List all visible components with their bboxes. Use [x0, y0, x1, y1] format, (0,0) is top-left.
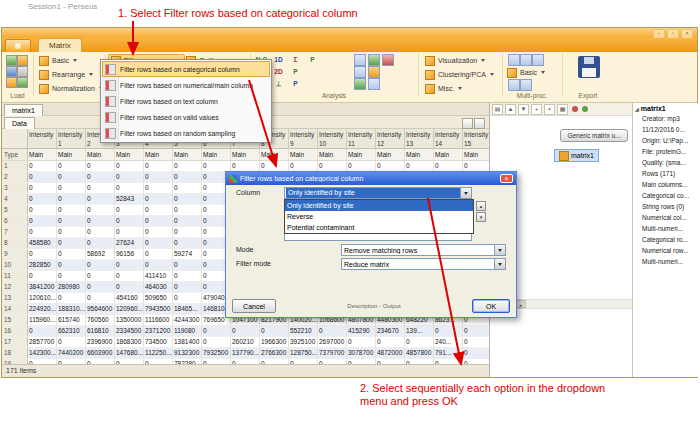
column-header[interactable]: Intensity 14 — [434, 129, 463, 148]
cell: 0 — [376, 337, 405, 347]
generic-matrix-button[interactable]: Generic matrix u... — [560, 129, 628, 142]
tree-item[interactable]: Categorical co... — [633, 190, 699, 201]
analysis-icon-icon[interactable]: Σ — [288, 55, 303, 65]
workflow-toolbar-icon-3[interactable]: ▼ — [518, 104, 529, 115]
scroll-right-icon[interactable]: ▸ — [516, 300, 526, 308]
tree-item[interactable]: Origin: U:\Pap... — [633, 135, 699, 146]
tree-item[interactable]: Quality: (sma... — [633, 157, 699, 168]
tab-matrix[interactable]: Matrix — [38, 38, 82, 52]
analysis-tool-icon[interactable] — [368, 54, 380, 66]
ribbon-button-visualization[interactable]: Visualization — [422, 54, 499, 67]
filter-mode-dropdown[interactable]: Reduce matrix — [341, 258, 506, 270]
mode-dropdown[interactable]: Remove matching rows — [341, 244, 506, 256]
menu-item-filter-rows-based-on-categorical-column[interactable]: Filter rows based on categorical column — [102, 61, 270, 77]
expander-icon[interactable]: ◢ — [635, 106, 639, 112]
ribbon-button-clustering-pca[interactable]: Clustering/PCA — [422, 68, 499, 81]
analysis-tool-icon[interactable] — [382, 54, 394, 66]
grid-view-icon[interactable] — [462, 118, 473, 129]
column-header[interactable]: Intensity 12 — [376, 129, 405, 148]
table-row[interactable]: 1606623106168102334500237120011908000055… — [2, 326, 489, 337]
ok-button[interactable]: OK — [472, 299, 510, 313]
analysis-tool-icon[interactable] — [368, 66, 380, 78]
chevron-down-icon[interactable] — [494, 245, 505, 255]
ribbon-button-basic[interactable]: Basic — [504, 66, 550, 79]
analysis-icon-p[interactable]: P — [305, 55, 320, 65]
dropdown-option-only-identified-by-site[interactable]: Only identified by site — [285, 200, 473, 211]
tree-item[interactable]: Multi-numeri... — [633, 256, 699, 267]
analysis-icon-p[interactable]: P — [288, 79, 303, 89]
cell: 7932500 — [202, 348, 231, 358]
tree-item[interactable]: Categorical ro... — [633, 234, 699, 245]
cell: 3078700 — [347, 348, 376, 358]
multiproc-tool-icon[interactable] — [532, 54, 544, 66]
column-header[interactable]: Intensity — [28, 129, 57, 148]
analysis-icon-1d[interactable]: 1D — [271, 55, 286, 65]
menu-item-filter-rows-based-on-random-sampling[interactable]: Filter rows based on random sampling — [102, 125, 270, 141]
dropdown-option-potential-contaminant[interactable]: Potential contaminant — [285, 222, 473, 233]
ribbon-button-normalization[interactable]: Normalization — [36, 82, 108, 95]
tree-item[interactable]: Multi-numeri... — [633, 223, 699, 234]
application-menu-button[interactable]: ▦ — [5, 39, 31, 53]
tree-item[interactable]: String rows (0) — [633, 201, 699, 212]
menu-item-filter-rows-based-on-text-column[interactable]: Filter rows based on text column — [102, 93, 270, 109]
load-tool-icon[interactable] — [6, 55, 17, 66]
workflow-toolbar-icon-5[interactable]: × — [544, 104, 555, 115]
load-tool-icon[interactable] — [17, 55, 28, 66]
column-header[interactable]: Intensity 9 — [289, 129, 318, 148]
tree-root-matrix1[interactable]: ◢matrix1 — [635, 105, 699, 112]
tree-item[interactable]: Creator: mp3 — [633, 113, 699, 124]
workflow-node-matrix1[interactable]: matrix1 — [554, 149, 599, 162]
workflow-toolbar-icon-1[interactable]: ▤ — [492, 104, 503, 115]
cancel-button[interactable]: Cancel — [232, 299, 276, 313]
multiproc-tool-icon[interactable] — [508, 79, 520, 91]
tree-item[interactable]: Rows (171) — [633, 168, 699, 179]
analysis-icon-icon[interactable]: ⊥ — [271, 79, 286, 89]
tree-item[interactable]: 11/12/2016 0... — [633, 124, 699, 135]
multiproc-tool-icon[interactable] — [520, 79, 532, 91]
column-header[interactable]: Intensity 15 — [463, 129, 489, 148]
workflow-toolbar-icon-4[interactable]: + — [531, 104, 542, 115]
tree-item[interactable]: File: proteinG... — [633, 146, 699, 157]
ribbon-button-label: Clustering/PCA — [438, 71, 486, 78]
load-tool-icon[interactable] — [17, 66, 28, 77]
multiproc-tool-icon[interactable] — [520, 54, 532, 66]
analysis-tool-icon[interactable] — [354, 78, 366, 90]
dropdown-option-reverse[interactable]: Reverse — [285, 211, 473, 222]
table-row[interactable]: 1728577000239690018683007345001381400026… — [2, 337, 489, 348]
chevron-down-icon[interactable] — [494, 259, 505, 269]
cell: 224920... — [28, 304, 57, 314]
column-header[interactable]: Intensity 10 — [318, 129, 347, 148]
menu-item-filter-rows-based-on-valid-values[interactable]: Filter rows based on valid values — [102, 109, 270, 125]
tree-item[interactable]: Numerical col... — [633, 212, 699, 223]
ribbon-button-basic[interactable]: Basic — [36, 54, 108, 67]
multiproc-tool-icon[interactable] — [508, 54, 520, 66]
grid-options-icon[interactable] — [474, 118, 485, 129]
scroll-down-icon[interactable]: ▾ — [476, 212, 486, 222]
dialog-close-icon[interactable]: × — [500, 174, 513, 183]
tree-item[interactable]: Main columns... — [633, 179, 699, 190]
tab-data[interactable]: Data — [4, 117, 35, 129]
load-tool-icon[interactable] — [17, 77, 28, 88]
analysis-tool-icon[interactable] — [368, 78, 380, 90]
chevron-down-icon[interactable] — [460, 188, 471, 198]
column-combobox[interactable]: Only identified by site — [284, 187, 472, 199]
table-row[interactable]: 18142300...74402006603900147680...112250… — [2, 348, 489, 359]
column-header[interactable]: Intensity 13 — [405, 129, 434, 148]
load-tool-icon[interactable] — [6, 77, 17, 88]
workflow-toolbar-icon-2[interactable]: ▲ — [505, 104, 516, 115]
scroll-up-icon[interactable]: ▴ — [476, 201, 486, 211]
analysis-icon-p[interactable]: P — [288, 67, 303, 77]
ribbon-button-rearrange[interactable]: Rearrange — [36, 68, 108, 81]
column-header[interactable]: Intensity 11 — [347, 129, 376, 148]
menu-item-filter-rows-based-on-numerical-main-column[interactable]: Filter rows based on numerical/main colu… — [102, 77, 270, 93]
workflow-toolbar-icon-6[interactable]: ▦ — [557, 104, 568, 115]
load-tool-icon[interactable] — [6, 66, 17, 77]
analysis-tool-icon[interactable] — [354, 66, 366, 78]
save-session-icon[interactable] — [578, 56, 600, 78]
column-header[interactable]: Intensity 1 — [57, 129, 86, 148]
tree-item[interactable]: Numerical row... — [633, 245, 699, 256]
analysis-tool-icon[interactable] — [354, 54, 366, 66]
ribbon-button-misc[interactable]: Misc. — [422, 82, 499, 95]
tab-matrix1[interactable]: matrix1 — [4, 104, 43, 116]
analysis-icon-2d[interactable]: 2D — [271, 67, 286, 77]
